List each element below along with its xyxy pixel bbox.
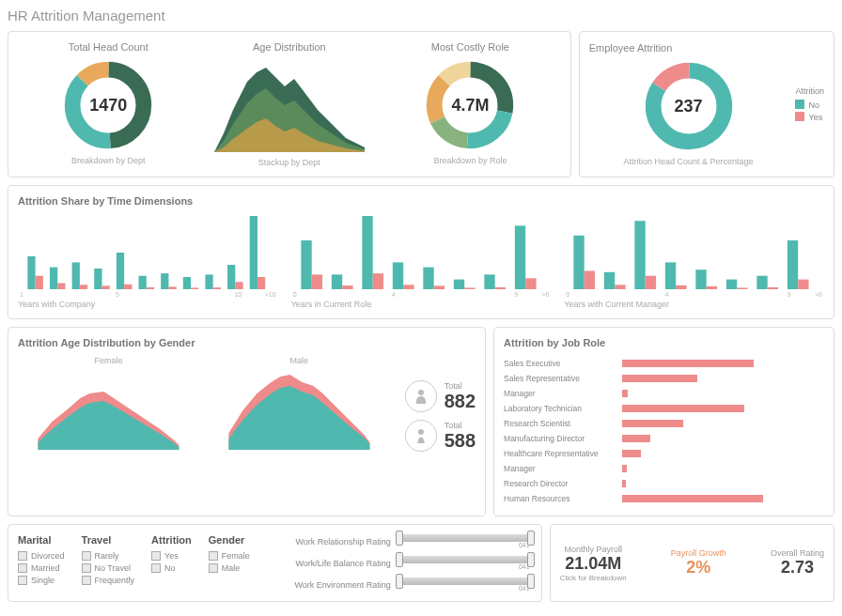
svg-rect-63 <box>799 280 809 289</box>
check-attr-yes[interactable]: Yes <box>151 551 192 561</box>
slider-environment[interactable]: Work Environment Rating041 <box>269 578 532 592</box>
svg-rect-34 <box>332 274 342 289</box>
svg-rect-33 <box>311 274 321 289</box>
svg-rect-44 <box>484 274 494 289</box>
svg-rect-22 <box>161 273 168 289</box>
svg-rect-39 <box>403 285 413 289</box>
jobrole-card: Attrition by Job Role Sales ExecutiveSal… <box>493 327 834 516</box>
check-frequently[interactable]: Frequently <box>82 576 135 585</box>
svg-rect-48 <box>574 236 585 289</box>
svg-rect-29 <box>235 282 242 289</box>
kpi-card-left: Total Head Count 1470 Breakdown by Dept … <box>8 31 571 177</box>
filters-card: Marital Divorced Married Single Travel R… <box>8 524 542 602</box>
kpi-headcount[interactable]: Total Head Count 1470 Breakdown by Dept <box>18 41 199 167</box>
filter-travel: Travel Rarely No Travel Frequently <box>82 534 135 592</box>
chart-years-role[interactable]: 049>6 Years in Current Role <box>291 214 552 309</box>
filter-attrition: Attrition Yes No <box>151 534 192 592</box>
svg-rect-49 <box>585 271 595 290</box>
summary-card[interactable]: Monthly Payroll 21.04M Click for Breakdo… <box>550 524 834 602</box>
svg-rect-57 <box>707 286 717 289</box>
svg-rect-51 <box>616 285 626 289</box>
svg-rect-27 <box>213 287 221 289</box>
jobrole-row[interactable]: Manager <box>504 386 824 401</box>
check-attr-no[interactable]: No <box>151 563 192 573</box>
chart-years-manager[interactable]: 049>6 Years with Current Manager <box>564 214 824 309</box>
summary-growth: Payroll Growth 2% <box>671 548 726 578</box>
jobrole-row[interactable]: Manufacturing Director <box>504 431 824 446</box>
slider-worklife[interactable]: Work/Life Balance Rating041 <box>269 556 532 570</box>
slider-relationship[interactable]: Work Relationship Rating041 <box>269 534 532 548</box>
kpi-attrition-title: Employee Attrition <box>589 42 788 54</box>
gender-title: Attrition Age Distribution by Gender <box>18 337 476 348</box>
check-male[interactable]: Male <box>209 563 250 573</box>
headcount-caption: Breakdown by Dept <box>18 156 199 165</box>
kpi-costly-title: Most Costly Role <box>380 41 561 53</box>
legend-no: No <box>795 98 824 111</box>
svg-rect-61 <box>768 287 778 289</box>
time-dimensions-title: Attrition Share by Time Dimensions <box>18 195 824 207</box>
svg-rect-40 <box>423 268 433 289</box>
svg-rect-58 <box>726 280 737 289</box>
svg-rect-31 <box>257 277 265 289</box>
kpi-costly[interactable]: Most Costly Role 4.7M Breakdown by Role <box>380 41 561 167</box>
female-label: Female <box>18 356 199 365</box>
check-rarely[interactable]: Rarely <box>82 551 135 561</box>
years-manager-label: Years with Current Manager <box>564 300 824 309</box>
check-notravel[interactable]: No Travel <box>82 563 135 573</box>
svg-rect-46 <box>515 225 525 289</box>
svg-rect-28 <box>227 265 235 289</box>
jobrole-row[interactable]: Research Director <box>504 476 824 491</box>
male-chart[interactable]: Male <box>209 356 390 452</box>
svg-rect-11 <box>36 276 43 289</box>
jobrole-row[interactable]: Healthcare Representative <box>504 446 824 461</box>
svg-rect-60 <box>757 276 768 289</box>
headcount-donut[interactable]: 1470 <box>61 58 155 152</box>
svg-rect-30 <box>250 216 257 289</box>
kpi-agedist[interactable]: Age Distribution Stackup by Dept <box>199 41 381 167</box>
jobrole-row[interactable]: Sales Representative <box>504 371 824 386</box>
check-divorced[interactable]: Divorced <box>18 551 65 561</box>
costly-caption: Breakdown by Role <box>380 156 561 165</box>
svg-rect-37 <box>372 273 382 289</box>
jobrole-row[interactable]: Laboratory Technician <box>504 401 824 416</box>
attrition-donut[interactable]: 237 <box>642 59 736 153</box>
svg-rect-32 <box>301 240 311 289</box>
female-total: Total588 <box>405 420 476 452</box>
svg-rect-20 <box>139 276 147 289</box>
agedist-caption: Stackup by Dept <box>199 158 381 167</box>
svg-rect-62 <box>787 240 798 289</box>
agedist-chart[interactable] <box>214 58 365 152</box>
svg-rect-53 <box>646 276 656 289</box>
check-single[interactable]: Single <box>18 576 65 585</box>
kpi-headcount-title: Total Head Count <box>18 41 199 53</box>
svg-rect-55 <box>677 285 687 289</box>
check-female[interactable]: Female <box>209 551 250 561</box>
svg-rect-15 <box>80 285 87 289</box>
svg-rect-23 <box>168 286 176 289</box>
svg-rect-24 <box>183 277 191 289</box>
jobrole-row[interactable]: Sales Executive <box>504 356 824 371</box>
kpi-agedist-title: Age Distribution <box>199 41 381 53</box>
svg-rect-26 <box>205 274 212 289</box>
jobrole-row[interactable]: Manager <box>504 461 824 476</box>
years-role-label: Years in Current Role <box>291 300 552 309</box>
svg-rect-50 <box>604 272 615 289</box>
kpi-attrition-card: Employee Attrition 237 Attrition Head Co… <box>579 31 834 177</box>
gender-card: Attrition Age Distribution by Gender Fem… <box>8 327 486 516</box>
chart-years-company[interactable]: 1510>10 Years with Company <box>18 214 278 309</box>
female-chart[interactable]: Female <box>18 356 199 452</box>
filter-gender: Gender Female Male <box>209 534 250 592</box>
check-married[interactable]: Married <box>18 563 65 573</box>
attrition-legend-title: Attrition <box>795 85 824 99</box>
svg-rect-13 <box>57 284 65 290</box>
jobrole-row[interactable]: Research Scientist <box>504 416 824 431</box>
male-icon <box>405 380 437 412</box>
jobrole-row[interactable]: Human Resources <box>504 491 824 506</box>
svg-rect-14 <box>72 262 80 289</box>
kpi-row: Total Head Count 1470 Breakdown by Dept … <box>8 31 834 177</box>
svg-rect-41 <box>433 285 444 289</box>
costly-donut[interactable]: 4.7M <box>423 58 517 152</box>
page-title: HR Attrition Management <box>8 8 834 23</box>
svg-rect-56 <box>696 270 707 289</box>
years-company-label: Years with Company <box>18 300 278 309</box>
